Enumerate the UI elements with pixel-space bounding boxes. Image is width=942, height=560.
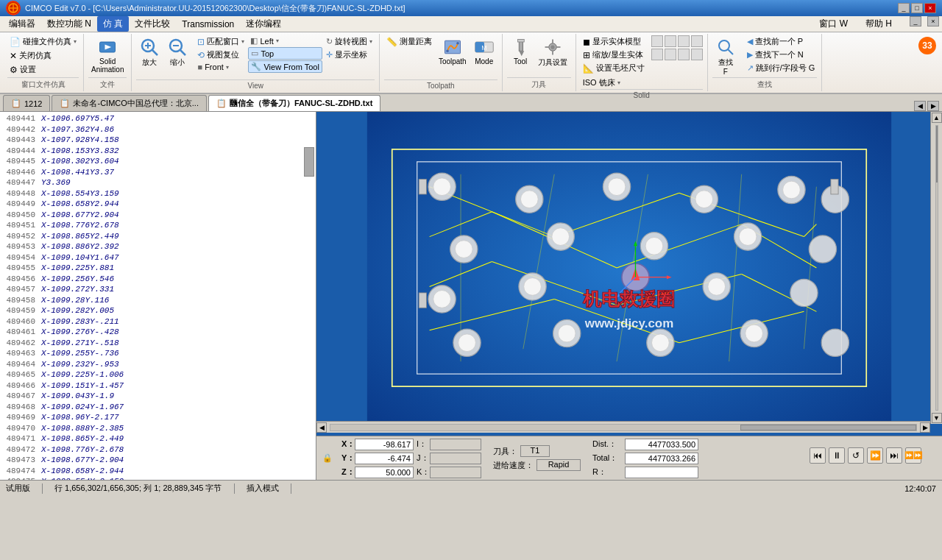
- btn-scale-solid[interactable]: ⊞ 缩放/显生实体: [581, 49, 647, 61]
- solid-icon-7[interactable]: [678, 49, 690, 60]
- solid-icon-2[interactable]: [665, 35, 676, 47]
- btn-collision-file[interactable]: 📄 碰撞文件仿真 ▾: [7, 35, 79, 48]
- btn-blank-size[interactable]: 📐 设置毛坯尺寸: [581, 62, 647, 74]
- ribbon-group-toolpath-label: Toolpath: [384, 79, 497, 90]
- btn-mode[interactable]: M Mode: [471, 35, 497, 67]
- btn-toolpath[interactable]: Toolpath: [436, 35, 470, 67]
- menu-sim[interactable]: 仿 真: [97, 16, 129, 32]
- ribbon-group-file: 📄 碰撞文件仿真 ▾ ✕ 关闭仿真 ⚙ 设置 窗口文件仿真: [3, 34, 84, 91]
- code-line: 489450X-1098.677Y2.904: [3, 210, 313, 221]
- doc-tab-fanuc[interactable]: 📋 㔶信全（带备刀）FANUC-SL-ZDHD.txt: [208, 95, 380, 111]
- btn-scale-label: 缩放/显生实体: [592, 49, 643, 60]
- maximize-button[interactable]: □: [911, 3, 923, 13]
- menu-editor[interactable]: 编辑器: [3, 16, 41, 32]
- doc-tab-fanuc-label: 㔶信全（带备刀）FANUC-SL-ZDHD.txt: [230, 98, 372, 109]
- btn-search-large[interactable]: 查找F: [712, 35, 739, 77]
- line-number: 489442: [3, 124, 41, 135]
- svg-point-67: [552, 228, 570, 246]
- btn-zoom-in[interactable]: 放大: [136, 35, 163, 69]
- btn-view-reset-label: 视图复位: [207, 49, 239, 60]
- close-button[interactable]: ×: [924, 3, 936, 13]
- btn-show-coords[interactable]: ✛ 显示坐标: [324, 49, 375, 61]
- btn-solid-animation[interactable]: SolidAnimation: [88, 35, 127, 75]
- coord-x-input[interactable]: [355, 439, 414, 450]
- code-line: 489474X-1098.658Y-2.944: [3, 466, 313, 477]
- play-begin-button[interactable]: ⏮: [810, 447, 826, 464]
- play-end-button[interactable]: ⏭: [886, 447, 902, 464]
- play-reset-button[interactable]: ↺: [848, 447, 864, 464]
- line-code: X-1098.96Y-2.177: [41, 412, 119, 423]
- h-scroll-thumb[interactable]: [740, 425, 916, 430]
- tab-next-button[interactable]: ▶: [927, 101, 939, 111]
- btn-close-sim[interactable]: ✕ 关闭仿真: [7, 49, 79, 62]
- btn-rotate[interactable]: ↻ 旋转视图 ▾: [324, 35, 375, 48]
- 3d-viewport-svg: 机电救援圈 www.jdjcy.com: [316, 112, 942, 424]
- ribbon-close-button[interactable]: ×: [927, 16, 939, 26]
- solid-icon-1[interactable]: [651, 35, 663, 47]
- doc-tab-unnamed[interactable]: 📋 未命名-CIMCO中国总代理：北京...: [52, 95, 207, 111]
- solid-icon-8[interactable]: [691, 49, 703, 60]
- solid-icon-4[interactable]: [691, 35, 703, 47]
- menu-right: 窗口 W 帮助 H _ ×: [813, 16, 939, 32]
- title-bar: CIMCO Edit v7.0 - [C:\Users\Administrato…: [0, 0, 942, 16]
- h-scroll-left[interactable]: ◀: [316, 422, 327, 433]
- solid-icon-6[interactable]: [665, 49, 676, 60]
- ribbon-solid-content: SolidAnimation: [88, 35, 127, 77]
- h-scrollbar[interactable]: ◀ ▶: [316, 421, 930, 433]
- menu-window[interactable]: 窗口 W: [813, 16, 854, 32]
- btn-fit-window[interactable]: ⊡ 匹配窗口 ▾: [195, 35, 247, 48]
- ribbon-view-col3: ↻ 旋转视图 ▾ ✛ 显示坐标: [324, 35, 375, 61]
- line-count-badge: 33: [918, 37, 936, 54]
- line-code: X-1096.697Y5.47: [41, 113, 114, 124]
- btn-tool[interactable]: Tool: [507, 35, 534, 67]
- svg-rect-27: [556, 46, 560, 48]
- coord-y-input[interactable]: [355, 453, 414, 464]
- v-scroll-thumb[interactable]: [936, 126, 938, 182]
- btn-next-label: 查找下一个 N: [755, 49, 804, 60]
- play-fast-button[interactable]: ⏩⏩: [905, 447, 921, 464]
- btn-settings[interactable]: ⚙ 设置: [7, 63, 79, 76]
- ribbon-content: 📄 碰撞文件仿真 ▾ ✕ 关闭仿真 ⚙ 设置 窗口文件仿真: [0, 32, 942, 93]
- btn-show-solid[interactable]: ◼ 显示实体模型: [581, 35, 647, 48]
- minimize-button[interactable]: _: [898, 3, 910, 13]
- code-scrollbar-thumb[interactable]: [304, 147, 314, 177]
- btn-zoom-out[interactable]: 缩小: [164, 35, 191, 69]
- menu-compare[interactable]: 文件比较: [129, 16, 176, 32]
- solid-icon-3[interactable]: [678, 35, 690, 47]
- v-scroll-down[interactable]: ▼: [932, 413, 942, 423]
- btn-iso-label: ISO 铣床: [583, 77, 615, 88]
- btn-left[interactable]: ◧ Left ▾: [248, 35, 322, 46]
- play-forward-button[interactable]: ⏩: [867, 447, 883, 464]
- btn-view-reset[interactable]: ⟲ 视图复位: [195, 49, 247, 61]
- play-pause-button[interactable]: ⏸: [829, 447, 845, 464]
- btn-goto[interactable]: ↗ 跳到行/字段号 G: [745, 62, 818, 74]
- btn-measure[interactable]: 📏 测量距离: [384, 35, 434, 48]
- menu-help[interactable]: 帮助 H: [860, 16, 898, 32]
- total-value-input[interactable]: [625, 453, 698, 464]
- btn-prev[interactable]: ◀ 查找前一个 P: [745, 35, 818, 48]
- v-scroll-up[interactable]: ▲: [932, 113, 942, 123]
- btn-iso-lathe[interactable]: ISO 铣床 ▾: [581, 77, 647, 89]
- menu-mini[interactable]: 迷你编程: [240, 16, 287, 32]
- h-scroll-right[interactable]: ▶: [920, 422, 930, 433]
- btn-tool-settings[interactable]: 刀具设置: [535, 35, 570, 69]
- ribbon-minimize-button[interactable]: _: [910, 16, 921, 26]
- btn-top[interactable]: ▭ Top: [248, 47, 322, 60]
- menu-nc[interactable]: 数控功能 N: [41, 16, 97, 32]
- btn-view-from-tool[interactable]: 🔧 View From Tool: [248, 60, 322, 73]
- btn-next[interactable]: ▶ 查找下一个 N: [745, 49, 818, 61]
- svg-point-76: [524, 278, 542, 296]
- tab-prev-button[interactable]: ◀: [914, 101, 926, 111]
- window-controls[interactable]: _ □ ×: [898, 3, 936, 13]
- ribbon-group-tool: Tool 刀具设置 刀具: [503, 34, 576, 91]
- viewport-status: 🔒 X： I： Y： J： Z： K: [316, 436, 942, 480]
- doc-tab-1212[interactable]: 📋 1212: [3, 95, 50, 111]
- dist-value-input[interactable]: [625, 439, 698, 450]
- solid-icon-5[interactable]: [651, 49, 663, 60]
- btn-front[interactable]: ■ Front ▾: [195, 62, 247, 72]
- status-bar: 试用版 行 1,656,302/1,656,305; 列 1; 28,889,3…: [0, 480, 942, 496]
- menu-transmission[interactable]: Transmission: [176, 18, 240, 31]
- line-code: X-1099.282Y.005: [41, 305, 114, 316]
- line-code: X-1099.272Y.331: [41, 284, 114, 295]
- coord-z-input[interactable]: [355, 467, 414, 478]
